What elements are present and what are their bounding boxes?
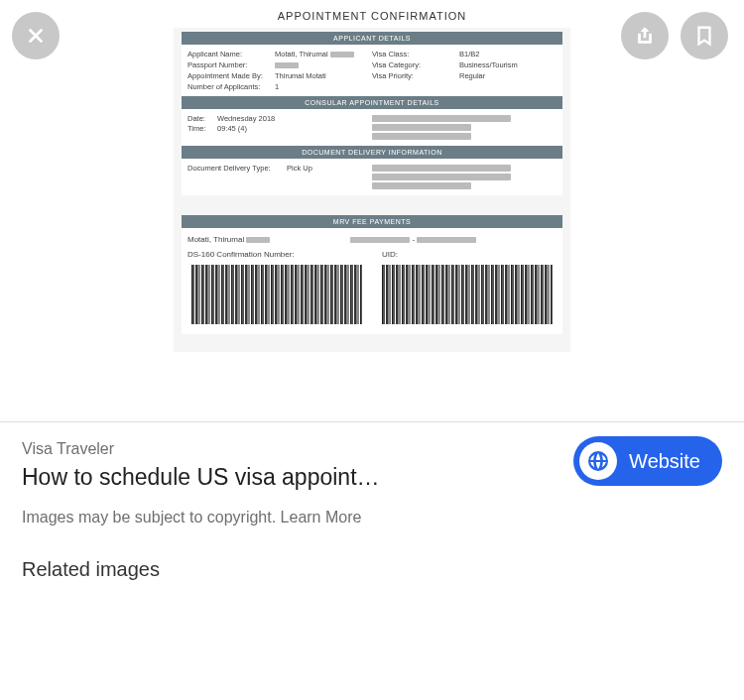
document-preview[interactable]: APPOINTMENT CONFIRMATION APPLICANT DETAI… [174,4,570,352]
doc-delivery-type-value: Pick Up [287,164,372,173]
visa-category-label: Visa Category: [372,60,459,69]
result-title[interactable]: How to schedule US visa appoint… [22,464,448,491]
website-button-label: Website [629,450,700,473]
applicant-name-value: Motati, Thirumal [275,50,372,58]
share-icon [634,25,656,47]
visa-class-label: Visa Class: [372,50,459,58]
doc-title: APPOINTMENT CONFIRMATION [174,4,570,28]
passport-number-label: Passport Number: [187,60,275,69]
number-of-applicants-value: 1 [275,82,557,91]
result-meta: Visa Traveler How to schedule US visa ap… [0,422,744,526]
visa-class-value: B1/B2 [459,50,557,58]
time-value: 09:45 (4) [217,124,372,133]
close-button[interactable] [12,12,60,59]
related-images-heading: Related images [22,558,744,581]
payments-name-value: Motati, Thirumal [187,235,270,244]
date-label: Date: [187,114,217,123]
globe-icon [586,449,610,473]
bookmark-button[interactable] [681,12,728,59]
section-header-consular: CONSULAR APPOINTMENT DETAILS [182,96,562,109]
visa-category-value: Business/Tourism [459,60,557,69]
visa-priority-value: Regular [459,71,557,80]
number-of-applicants-label: Number of Applicants: [187,82,275,91]
learn-more-link[interactable]: Learn More [281,509,362,525]
bookmark-icon [693,25,715,47]
close-icon [25,25,47,47]
visa-priority-label: Visa Priority: [372,71,459,80]
barcode-ds160 [191,265,362,324]
section-header-payments: MRV FEE PAYMENTS [182,215,562,228]
uid-label: UID: [382,250,557,259]
ds160-label: DS-160 Confirmation Number: [187,250,362,259]
website-button[interactable]: Website [573,436,722,486]
appointment-made-by-value: Thirumal Motati [275,71,372,80]
applicant-name-label: Applicant Name: [187,50,275,58]
image-viewer: APPOINTMENT CONFIRMATION APPLICANT DETAI… [0,0,744,422]
barcode-uid [382,265,553,324]
date-value: Wednesday 2018 [217,114,372,123]
section-header-delivery: DOCUMENT DELIVERY INFORMATION [182,146,562,159]
appointment-made-by-label: Appointment Made By: [187,71,275,80]
doc-delivery-type-label: Document Delivery Type: [187,164,287,173]
section-header-applicant: APPLICANT DETAILS [182,32,562,45]
copyright-text: Images may be subject to copyright. Lear… [22,509,722,526]
time-label: Time: [187,124,217,133]
share-button[interactable] [621,12,669,59]
